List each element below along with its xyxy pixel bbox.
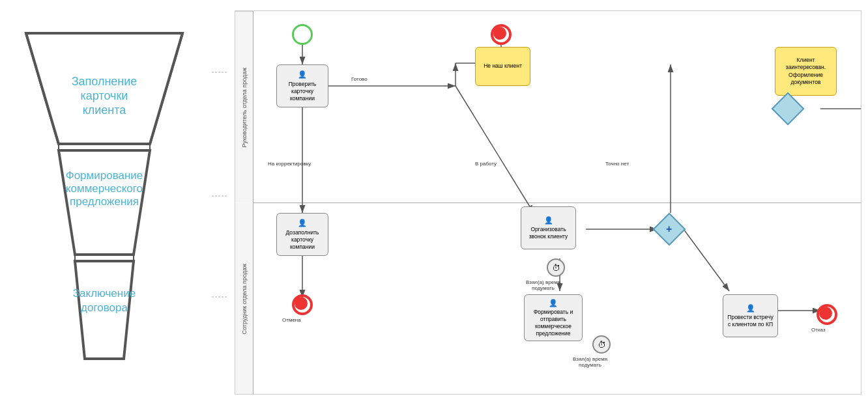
timer-event-1: ⏱ — [547, 258, 565, 277]
task-call-client[interactable]: 👤 Организовать звонок клиенту — [521, 206, 576, 249]
svg-text:карточки: карточки — [81, 89, 128, 102]
funnel-container: Заполнение карточки клиента Формирование… — [7, 10, 202, 395]
svg-text:договора: договора — [81, 301, 128, 314]
label-cancel: Отмена — [282, 317, 301, 323]
svg-line-29 — [684, 229, 729, 291]
end-event-ne-nash — [491, 24, 512, 45]
svg-text:клиента: клиента — [83, 104, 127, 117]
funnel-svg: Заполнение карточки клиента Формирование… — [13, 20, 195, 385]
svg-text:коммерческого: коммерческого — [66, 182, 143, 195]
svg-line-25 — [456, 86, 534, 213]
label-gotovo: Готово — [351, 76, 368, 82]
start-event-green — [292, 24, 313, 45]
lane-labels: Руководитель отдела продаж Сотрудник отд… — [235, 11, 253, 394]
task-fill-card[interactable]: 👤 Дозаполнить карточку компании — [276, 213, 328, 256]
label-korr: На корректировку — [268, 161, 311, 167]
task-meeting[interactable]: 👤 Провести встречу с клиентом по КП — [723, 294, 778, 337]
lane-content: 👤 Проверить карточку компании Готово На … — [253, 11, 861, 394]
task-client-interested[interactable]: Клиент заинтересован. Оформление докумен… — [775, 47, 837, 96]
task-check-card[interactable]: 👤 Проверить карточку компании — [276, 64, 328, 107]
svg-text:предложения: предложения — [70, 195, 139, 208]
main-container: Заполнение карточки клиента Формирование… — [0, 0, 868, 405]
task-not-client[interactable]: Не наш клиент — [475, 47, 530, 86]
end-event-cancel — [292, 294, 313, 315]
connector-lines — [209, 10, 228, 395]
label-vrabotu: В работу — [475, 161, 497, 167]
timer-event-2: ⏱ — [592, 335, 611, 354]
lane1-label: Руководитель отдела продаж — [235, 11, 253, 203]
end-event-otkaz — [817, 304, 837, 325]
label-think1: Взял(а) времяподумать — [526, 279, 560, 291]
bpmn-container: Руководитель отдела продаж Сотрудник отд… — [235, 10, 861, 395]
gateway-plus-small: + — [658, 217, 681, 241]
label-otkaz: Отказ — [811, 327, 826, 333]
svg-text:Заключение: Заключение — [73, 287, 136, 300]
label-tochno-net: Точно нет — [605, 161, 629, 167]
bpmn-lanes: Руководитель отдела продаж Сотрудник отд… — [235, 11, 861, 394]
lane-divider — [253, 202, 861, 203]
svg-text:Заполнение: Заполнение — [72, 75, 137, 88]
gateway-diamond-lane1 — [776, 97, 800, 120]
lane2-label: Сотрудник отдела продаж — [235, 203, 253, 395]
svg-text:Формирование: Формирование — [66, 169, 143, 182]
task-send-kp[interactable]: 👤 Формировать и отправить коммерческое п… — [524, 294, 583, 341]
svg-marker-1 — [26, 33, 182, 144]
label-think2: Взял(а) времяподумать — [573, 356, 607, 368]
